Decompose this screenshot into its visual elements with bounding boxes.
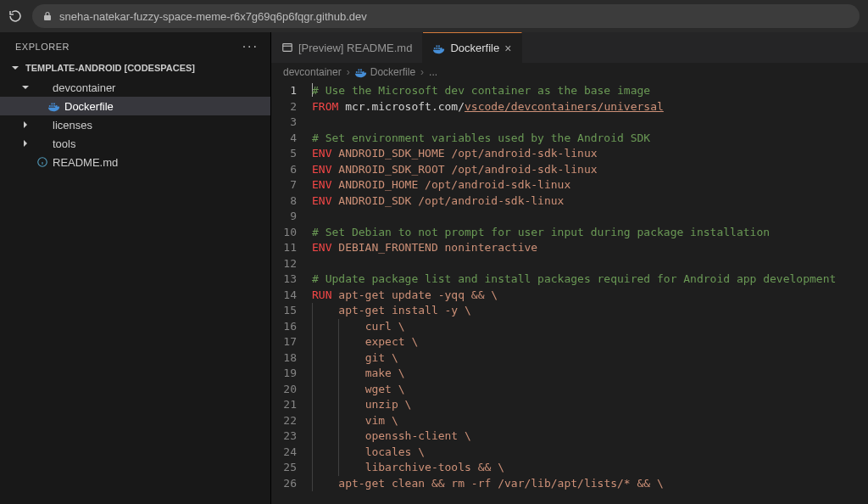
tree-item[interactable]: devcontainer <box>0 78 270 97</box>
browser-address-bar: sneha-natekar-fuzzy-space-meme-r6x7g69q6… <box>0 0 868 32</box>
svg-rect-2 <box>52 105 53 107</box>
svg-rect-18 <box>358 70 359 71</box>
code-line[interactable]: FROM mcr.microsoft.com/vscode/devcontain… <box>312 99 868 115</box>
code-line[interactable]: curl \ <box>312 319 868 335</box>
code-line[interactable]: # Use the Microsoft dev container as the… <box>312 83 868 99</box>
editor-tab[interactable]: Dockerfile× <box>423 32 522 63</box>
breadcrumb-segment[interactable]: devcontainer <box>283 66 342 78</box>
code-line[interactable]: ENV DEBIAN_FRONTEND noninteractive <box>312 240 868 256</box>
url-text: sneha-natekar-fuzzy-space-meme-r6x7g69q6… <box>59 10 367 23</box>
code-line[interactable]: make \ <box>312 366 868 382</box>
chevron-right-icon <box>20 138 32 148</box>
code-line[interactable]: apt-get clean && rm -rf /var/lib/apt/lis… <box>312 476 868 492</box>
svg-rect-8 <box>283 44 292 52</box>
code-line[interactable]: RUN apt-get update -yqq && \ <box>312 288 868 304</box>
svg-rect-15 <box>356 72 358 74</box>
code-line[interactable]: ENV ANDROID_SDK /opt/android-sdk-linux <box>312 193 868 210</box>
svg-rect-17 <box>360 72 362 74</box>
code-line[interactable] <box>312 115 868 131</box>
code-line[interactable] <box>312 256 868 272</box>
tree-item-label: licenses <box>53 119 92 132</box>
tree-item-label: tools <box>53 137 75 150</box>
code-line[interactable] <box>312 209 868 225</box>
lock-icon <box>42 11 53 21</box>
svg-rect-13 <box>439 45 441 47</box>
close-icon[interactable]: × <box>504 42 511 55</box>
code-line[interactable]: git \ <box>312 350 868 367</box>
tree-item[interactable]: README.md <box>0 153 270 171</box>
svg-rect-1 <box>49 105 51 107</box>
svg-rect-0 <box>44 15 51 20</box>
code-line[interactable]: expect \ <box>312 334 868 350</box>
svg-rect-16 <box>358 72 359 74</box>
code-lines[interactable]: # Use the Microsoft dev container as the… <box>312 81 868 504</box>
breadcrumb-segment[interactable]: ... <box>429 66 437 78</box>
editor-tab[interactable]: [Preview] README.md <box>271 32 423 63</box>
preview-icon <box>281 42 293 53</box>
breadcrumb[interactable]: devcontainer›Dockerfile›... <box>271 63 868 81</box>
chevron-down-icon <box>10 63 22 73</box>
code-line[interactable]: locales \ <box>312 445 868 461</box>
svg-rect-4 <box>52 104 53 105</box>
readme-icon <box>36 156 49 168</box>
line-gutter: 1234567891011121314151617181920212223242… <box>271 81 312 504</box>
code-line[interactable]: unzip \ <box>312 397 868 413</box>
tree-item[interactable]: tools <box>0 134 270 153</box>
code-line[interactable]: libarchive-tools && \ <box>312 460 868 476</box>
explorer-sidebar: EXPLORER ··· TEMPLATE-ANDROID [CODESPACE… <box>0 32 271 504</box>
code-editor[interactable]: 1234567891011121314151617181920212223242… <box>271 81 868 504</box>
svg-rect-12 <box>437 45 438 47</box>
svg-rect-9 <box>434 48 436 49</box>
code-line[interactable]: wget \ <box>312 382 868 398</box>
tree-item-label: Dockerfile <box>64 100 114 113</box>
reload-icon[interactable] <box>8 9 22 23</box>
code-line[interactable]: apt-get install -y \ <box>312 303 868 319</box>
repo-header[interactable]: TEMPLATE-ANDROID [CODESPACES] <box>0 59 270 76</box>
chevron-down-icon <box>20 82 32 92</box>
tree-item-label: devcontainer <box>53 81 115 94</box>
svg-rect-3 <box>53 105 55 107</box>
more-actions-icon[interactable]: ··· <box>242 39 259 54</box>
code-line[interactable]: ENV ANDROID_HOME /opt/android-sdk-linux <box>312 177 868 193</box>
tree-item-label: README.md <box>53 156 118 169</box>
code-line[interactable]: vim \ <box>312 413 868 429</box>
svg-rect-10 <box>437 48 438 49</box>
explorer-title: EXPLORER <box>15 42 70 52</box>
code-line[interactable]: # Set environment variables used by the … <box>312 131 868 147</box>
tab-label: [Preview] README.md <box>298 42 412 54</box>
tab-label: Dockerfile <box>450 42 499 54</box>
svg-rect-11 <box>439 48 441 49</box>
code-line[interactable]: ENV ANDROID_SDK_HOME /opt/android-sdk-li… <box>312 146 868 162</box>
tree-item[interactable]: licenses <box>0 115 270 134</box>
code-line[interactable]: ENV ANDROID_SDK_ROOT /opt/android-sdk-li… <box>312 162 868 178</box>
chevron-right-icon <box>20 120 32 130</box>
tree-item[interactable]: Dockerfile <box>0 97 270 115</box>
code-line[interactable]: # Update package list and install packag… <box>312 272 868 288</box>
docker-icon <box>47 100 61 112</box>
code-line[interactable]: openssh-client \ <box>312 428 868 445</box>
docker-icon <box>433 42 445 54</box>
code-line[interactable]: # Set Debian to not prompt for user inpu… <box>312 225 868 241</box>
svg-rect-5 <box>53 104 55 105</box>
url-field[interactable]: sneha-natekar-fuzzy-space-meme-r6x7g69q6… <box>32 4 860 28</box>
svg-rect-19 <box>360 70 362 71</box>
breadcrumb-segment[interactable]: Dockerfile <box>355 66 415 79</box>
editor-tab-bar: [Preview] README.mdDockerfile× <box>271 32 868 63</box>
